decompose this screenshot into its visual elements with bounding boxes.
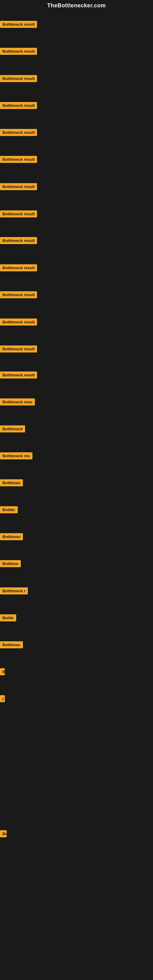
bottleneck-badge: Bottleneck result xyxy=(0,291,37,298)
bottleneck-result-item[interactable]: Bottleneck result xyxy=(0,21,37,29)
bottleneck-result-item[interactable]: Bottleneck result xyxy=(0,291,37,299)
bottleneck-result-item[interactable]: Bottleneck result xyxy=(0,345,37,354)
bottleneck-badge: B xyxy=(0,668,5,675)
bottleneck-badge: | xyxy=(0,695,5,702)
bottleneck-badge: Bottleneck xyxy=(0,425,25,433)
bottleneck-result-item[interactable]: Bottle xyxy=(0,614,16,623)
bottleneck-result-item[interactable]: Bottlenec xyxy=(0,479,23,488)
bottleneck-badge: Bottleneck result xyxy=(0,318,37,326)
bottleneck-badge: Bottleneck result xyxy=(0,75,37,82)
bottleneck-result-item[interactable]: Bottleneck r xyxy=(0,587,28,596)
site-title: TheBottlenecker.com xyxy=(0,0,153,13)
bottleneck-result-item[interactable]: Bottleneck result xyxy=(0,183,37,191)
bottleneck-result-item[interactable]: Bottleneck result xyxy=(0,75,37,83)
bottleneck-result-item[interactable]: Bottleneck result xyxy=(0,371,37,380)
bottleneck-result-item[interactable]: Bottleneck result xyxy=(0,318,37,327)
bottleneck-badge: Bottleneck result xyxy=(0,102,37,109)
bottleneck-result-item[interactable]: Bottlenec xyxy=(0,641,23,649)
bottleneck-result-item[interactable]: Bottleneck result xyxy=(0,237,37,245)
bottleneck-badge: Bo xyxy=(0,830,7,837)
bottleneck-result-item[interactable]: Bottleneck result xyxy=(0,48,37,56)
bottleneck-badge: Bottleneck resu xyxy=(0,398,35,406)
bottleneck-badge: Bottleneck result xyxy=(0,48,37,55)
bottleneck-badge: Bottlenec xyxy=(0,479,23,486)
bottleneck-result-item[interactable]: Bottleneck xyxy=(0,425,25,434)
bottleneck-badge: Bottle xyxy=(0,614,16,621)
bottleneck-result-item[interactable]: Bottleneck result xyxy=(0,264,37,272)
bottleneck-badge: Bottleneck result xyxy=(0,371,37,379)
bottleneck-result-item[interactable]: Bottlene xyxy=(0,560,21,568)
bottleneck-badge: Bottleneck result xyxy=(0,210,37,218)
bottleneck-result-item[interactable]: Bottleneck res xyxy=(0,452,32,461)
bottleneck-result-item[interactable]: B xyxy=(0,668,5,676)
bottleneck-badge: Bottler xyxy=(0,506,18,513)
bottleneck-result-item[interactable]: Bottleneck result xyxy=(0,210,37,219)
bottleneck-result-item[interactable]: Bottlenec xyxy=(0,533,23,541)
bottleneck-badge: Bottleneck result xyxy=(0,183,37,190)
bottleneck-result-item[interactable]: Bottleneck result xyxy=(0,102,37,110)
bottleneck-badge: Bottleneck r xyxy=(0,587,28,595)
bottleneck-badge: Bottleneck result xyxy=(0,129,37,136)
bottleneck-result-item[interactable]: Bottleneck resu xyxy=(0,398,35,407)
bottleneck-badge: Bottleneck res xyxy=(0,452,32,460)
bottleneck-result-item[interactable]: | xyxy=(0,695,5,703)
bottleneck-badge: Bottleneck result xyxy=(0,237,37,244)
bottleneck-badge: Bottlenec xyxy=(0,641,23,648)
bottleneck-result-item[interactable]: Bottleneck result xyxy=(0,156,37,164)
bottleneck-badge: Bottlenec xyxy=(0,533,23,540)
bottleneck-badge: Bottlene xyxy=(0,560,21,567)
bottleneck-badge: Bottleneck result xyxy=(0,156,37,163)
bottleneck-result-item[interactable]: Bottler xyxy=(0,506,18,514)
bottleneck-result-item[interactable]: Bottleneck result xyxy=(0,129,37,137)
bottleneck-badge: Bottleneck result xyxy=(0,21,37,28)
bottleneck-result-item[interactable]: Bo xyxy=(0,830,7,838)
bottleneck-badge: Bottleneck result xyxy=(0,345,37,353)
bottleneck-badge: Bottleneck result xyxy=(0,264,37,271)
